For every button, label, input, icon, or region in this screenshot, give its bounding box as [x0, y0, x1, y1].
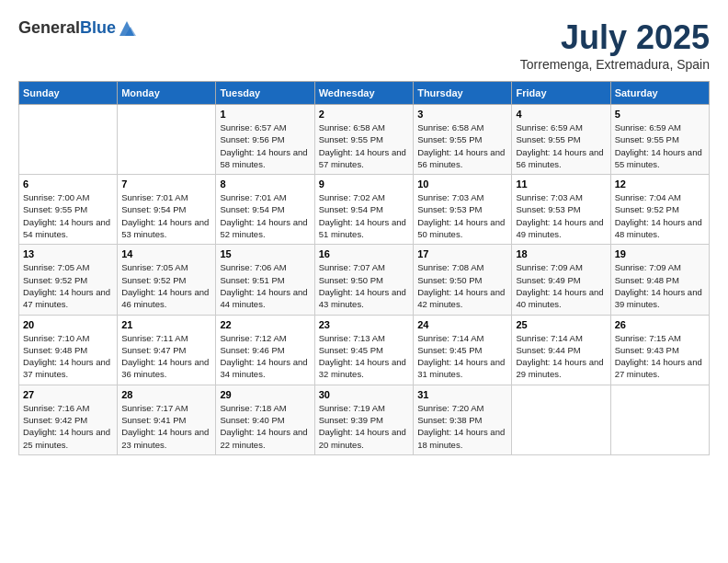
day-info: Sunrise: 7:09 AM Sunset: 9:48 PM Dayligh… [615, 261, 705, 310]
day-number: 4 [516, 109, 606, 120]
day-number: 12 [615, 178, 705, 190]
day-number: 19 [615, 248, 705, 259]
day-number: 10 [417, 178, 507, 190]
day-number: 8 [220, 178, 310, 190]
day-number: 3 [417, 109, 507, 120]
logo-blue: Blue [80, 18, 116, 37]
day-number: 21 [121, 319, 211, 330]
day-info: Sunrise: 7:05 AM Sunset: 9:52 PM Dayligh… [121, 261, 211, 310]
day-number: 13 [23, 248, 113, 259]
day-info: Sunrise: 7:10 AM Sunset: 9:48 PM Dayligh… [23, 332, 113, 381]
calendar-cell: 27Sunrise: 7:16 AM Sunset: 9:42 PM Dayli… [19, 385, 118, 454]
calendar-cell: 6Sunrise: 7:00 AM Sunset: 9:55 PM Daylig… [19, 175, 118, 245]
day-number: 18 [516, 248, 606, 259]
day-info: Sunrise: 7:14 AM Sunset: 9:45 PM Dayligh… [417, 332, 507, 381]
day-number: 9 [319, 178, 409, 190]
calendar-cell: 12Sunrise: 7:04 AM Sunset: 9:52 PM Dayli… [610, 175, 709, 245]
calendar-cell: 23Sunrise: 7:13 AM Sunset: 9:45 PM Dayli… [314, 315, 413, 385]
day-info: Sunrise: 7:20 AM Sunset: 9:38 PM Dayligh… [417, 402, 507, 451]
calendar-table: SundayMondayTuesdayWednesdayThursdayFrid… [18, 81, 710, 455]
day-number: 11 [516, 178, 606, 190]
calendar-cell: 22Sunrise: 7:12 AM Sunset: 9:46 PM Dayli… [216, 315, 314, 385]
calendar-header-row: SundayMondayTuesdayWednesdayThursdayFrid… [19, 82, 710, 105]
calendar-cell: 16Sunrise: 7:07 AM Sunset: 9:50 PM Dayli… [314, 245, 413, 315]
day-number: 1 [220, 109, 310, 120]
header-tuesday: Tuesday [216, 82, 314, 105]
day-info: Sunrise: 7:05 AM Sunset: 9:52 PM Dayligh… [23, 261, 113, 310]
day-info: Sunrise: 7:02 AM Sunset: 9:54 PM Dayligh… [319, 191, 409, 240]
day-info: Sunrise: 7:08 AM Sunset: 9:50 PM Dayligh… [417, 261, 507, 310]
day-info: Sunrise: 7:15 AM Sunset: 9:43 PM Dayligh… [615, 332, 705, 381]
calendar-cell: 7Sunrise: 7:01 AM Sunset: 9:54 PM Daylig… [118, 175, 216, 245]
page-header: GeneralBlue July 2025 Torremenga, Extrem… [18, 18, 710, 72]
title-block: July 2025 Torremenga, Extremadura, Spain [520, 18, 710, 72]
week-row-4: 20Sunrise: 7:10 AM Sunset: 9:48 PM Dayli… [19, 315, 710, 385]
day-info: Sunrise: 7:07 AM Sunset: 9:50 PM Dayligh… [319, 261, 409, 310]
header-friday: Friday [512, 82, 610, 105]
calendar-cell: 9Sunrise: 7:02 AM Sunset: 9:54 PM Daylig… [314, 175, 413, 245]
day-info: Sunrise: 7:03 AM Sunset: 9:53 PM Dayligh… [516, 191, 606, 240]
day-info: Sunrise: 6:58 AM Sunset: 9:55 PM Dayligh… [319, 121, 409, 170]
location-title: Torremenga, Extremadura, Spain [520, 57, 710, 72]
week-row-2: 6Sunrise: 7:00 AM Sunset: 9:55 PM Daylig… [19, 175, 710, 245]
calendar-cell: 26Sunrise: 7:15 AM Sunset: 9:43 PM Dayli… [610, 315, 709, 385]
calendar-cell: 14Sunrise: 7:05 AM Sunset: 9:52 PM Dayli… [118, 245, 216, 315]
week-row-5: 27Sunrise: 7:16 AM Sunset: 9:42 PM Dayli… [19, 385, 710, 454]
day-number: 23 [319, 319, 409, 330]
calendar-cell: 11Sunrise: 7:03 AM Sunset: 9:53 PM Dayli… [512, 175, 610, 245]
calendar-cell: 30Sunrise: 7:19 AM Sunset: 9:39 PM Dayli… [314, 385, 413, 454]
day-info: Sunrise: 7:18 AM Sunset: 9:40 PM Dayligh… [220, 402, 310, 451]
header-monday: Monday [118, 82, 216, 105]
day-info: Sunrise: 7:09 AM Sunset: 9:49 PM Dayligh… [516, 261, 606, 310]
calendar-cell: 28Sunrise: 7:17 AM Sunset: 9:41 PM Dayli… [118, 385, 216, 454]
calendar-cell: 31Sunrise: 7:20 AM Sunset: 9:38 PM Dayli… [414, 385, 512, 454]
calendar-cell: 8Sunrise: 7:01 AM Sunset: 9:54 PM Daylig… [216, 175, 314, 245]
calendar-cell: 15Sunrise: 7:06 AM Sunset: 9:51 PM Dayli… [216, 245, 314, 315]
calendar-cell: 3Sunrise: 6:58 AM Sunset: 9:55 PM Daylig… [414, 105, 512, 175]
day-number: 24 [417, 319, 507, 330]
calendar-cell: 13Sunrise: 7:05 AM Sunset: 9:52 PM Dayli… [19, 245, 118, 315]
header-saturday: Saturday [610, 82, 709, 105]
calendar-cell [610, 385, 709, 454]
day-info: Sunrise: 7:01 AM Sunset: 9:54 PM Dayligh… [220, 191, 310, 240]
day-number: 31 [417, 389, 507, 400]
day-number: 28 [121, 389, 211, 400]
day-info: Sunrise: 7:17 AM Sunset: 9:41 PM Dayligh… [121, 402, 211, 451]
header-wednesday: Wednesday [314, 82, 413, 105]
day-info: Sunrise: 6:59 AM Sunset: 9:55 PM Dayligh… [516, 121, 606, 170]
day-info: Sunrise: 7:11 AM Sunset: 9:47 PM Dayligh… [121, 332, 211, 381]
calendar-cell: 1Sunrise: 6:57 AM Sunset: 9:56 PM Daylig… [216, 105, 314, 175]
day-number: 25 [516, 319, 606, 330]
calendar-cell: 29Sunrise: 7:18 AM Sunset: 9:40 PM Dayli… [216, 385, 314, 454]
day-info: Sunrise: 7:13 AM Sunset: 9:45 PM Dayligh… [319, 332, 409, 381]
calendar-cell: 21Sunrise: 7:11 AM Sunset: 9:47 PM Dayli… [118, 315, 216, 385]
calendar-cell: 17Sunrise: 7:08 AM Sunset: 9:50 PM Dayli… [414, 245, 512, 315]
day-number: 30 [319, 389, 409, 400]
calendar-cell [118, 105, 216, 175]
day-number: 16 [319, 248, 409, 259]
calendar-cell [19, 105, 118, 175]
calendar-cell: 24Sunrise: 7:14 AM Sunset: 9:45 PM Dayli… [414, 315, 512, 385]
calendar-cell: 25Sunrise: 7:14 AM Sunset: 9:44 PM Dayli… [512, 315, 610, 385]
day-info: Sunrise: 7:06 AM Sunset: 9:51 PM Dayligh… [220, 261, 310, 310]
day-number: 5 [615, 109, 705, 120]
day-info: Sunrise: 7:16 AM Sunset: 9:42 PM Dayligh… [23, 402, 113, 451]
day-info: Sunrise: 7:19 AM Sunset: 9:39 PM Dayligh… [319, 402, 409, 451]
header-sunday: Sunday [19, 82, 118, 105]
logo-icon [118, 19, 136, 38]
day-number: 7 [121, 178, 211, 190]
header-thursday: Thursday [414, 82, 512, 105]
day-number: 6 [23, 178, 113, 190]
logo-general: General [18, 18, 80, 37]
logo: GeneralBlue [18, 18, 136, 38]
day-number: 26 [615, 319, 705, 330]
calendar-cell: 10Sunrise: 7:03 AM Sunset: 9:53 PM Dayli… [414, 175, 512, 245]
calendar-cell: 5Sunrise: 6:59 AM Sunset: 9:55 PM Daylig… [610, 105, 709, 175]
day-info: Sunrise: 6:59 AM Sunset: 9:55 PM Dayligh… [615, 121, 705, 170]
day-info: Sunrise: 7:03 AM Sunset: 9:53 PM Dayligh… [417, 191, 507, 240]
day-info: Sunrise: 7:04 AM Sunset: 9:52 PM Dayligh… [615, 191, 705, 240]
day-number: 27 [23, 389, 113, 400]
day-info: Sunrise: 6:58 AM Sunset: 9:55 PM Dayligh… [417, 121, 507, 170]
calendar-cell [512, 385, 610, 454]
calendar-cell: 20Sunrise: 7:10 AM Sunset: 9:48 PM Dayli… [19, 315, 118, 385]
